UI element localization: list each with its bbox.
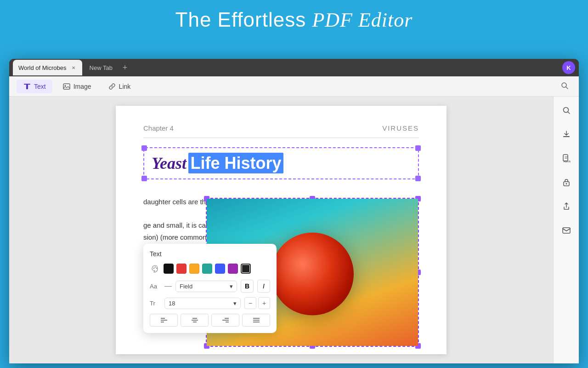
font-dash: — [164,282,172,290]
color-dark-selected[interactable] [241,264,251,274]
handle-bottom-right [415,176,421,181]
yeast-italic-text: Yeast [152,154,187,172]
font-family-dropdown[interactable]: Field ▾ [175,281,237,292]
text-tool-button[interactable]: Text [17,80,52,93]
svg-point-6 [153,268,154,269]
svg-point-7 [155,266,156,267]
text-btn-label: Text [34,83,46,90]
font-family-row: Aa — Field ▾ B I [150,280,270,293]
text-selection-box[interactable]: Yeast Life History [143,147,419,179]
color-yellow[interactable] [189,264,199,274]
handle-top-right [415,145,421,151]
image-tool-button[interactable]: Image [56,80,98,93]
tab-bar: World of Microbes ✕ New Tab + K [9,59,579,76]
tab-label-active: World of Microbes [18,64,67,71]
tab-label-inactive: New Tab [90,64,113,71]
size-increase-button[interactable]: + [258,297,270,309]
link-tool-button[interactable]: Link [102,80,137,93]
chapter-viruses: VIRUSES [382,124,419,132]
tab-close-icon[interactable]: ✕ [70,64,77,71]
sidebar-pdf-convert-icon[interactable]: PDF/A [558,150,575,167]
sphere-visual [271,233,354,316]
text-format-panel: Text [143,244,277,333]
bold-button[interactable]: B [241,280,254,293]
sidebar-download-icon[interactable] [558,126,575,143]
link-btn-label: Link [119,83,131,90]
new-tab-button[interactable]: + [120,63,130,72]
pdf-page-header: Chapter 4 VIRUSES [143,124,419,138]
svg-rect-1 [26,85,28,89]
app-title: The Effortless PDF Editor [175,8,413,32]
image-btn-label: Image [74,83,91,90]
color-black[interactable] [164,264,174,274]
svg-line-5 [566,87,568,89]
font-size-dropdown[interactable]: 18 ▾ [164,298,241,309]
sidebar-mail-icon[interactable] [558,222,575,238]
align-center-button[interactable] [181,314,209,327]
color-blue[interactable] [215,264,225,274]
align-right-button[interactable] [211,314,239,327]
align-row [150,314,270,327]
svg-text:PDF/A: PDF/A [564,160,571,163]
browser-window: World of Microbes ✕ New Tab + K Text [9,59,579,363]
size-label: Tr [150,300,161,307]
link-tool-icon [108,82,116,91]
size-decrease-button[interactable]: − [244,297,256,309]
color-row [150,263,270,274]
app-header: The Effortless PDF Editor [0,0,588,38]
text-panel-title: Text [150,250,270,258]
sidebar-search-icon[interactable] [558,102,575,119]
italic-button[interactable]: I [257,280,270,293]
pdf-page: Chapter 4 VIRUSES Yeast Life History dau… [116,106,447,354]
text-tool-icon [23,82,31,91]
life-history-selected-text: Life History [188,153,283,173]
toolbar: Text Image Link [9,76,579,97]
tab-world-of-microbes[interactable]: World of Microbes ✕ [13,60,82,75]
avatar[interactable]: K [562,61,575,74]
right-sidebar: PDF/A [553,97,579,363]
svg-line-22 [568,112,570,114]
svg-rect-2 [63,84,70,89]
handle-bottom-left [141,176,147,181]
main-area: Chapter 4 VIRUSES Yeast Life History dau… [9,97,579,363]
align-justify-button[interactable] [242,314,270,327]
color-red[interactable] [176,264,187,274]
align-left-button[interactable] [150,314,178,327]
font-label: Aa [150,283,161,290]
svg-rect-28 [563,228,570,233]
pdf-content: Chapter 4 VIRUSES Yeast Life History dau… [9,97,553,363]
image-tool-icon [62,82,71,91]
svg-rect-0 [24,84,30,85]
toolbar-search-button[interactable] [558,79,571,94]
color-teal[interactable] [202,264,212,274]
size-controls: − + [244,297,270,309]
handle-top-left [141,145,147,151]
svg-point-27 [565,183,567,184]
color-tool-icon [150,263,161,274]
svg-point-3 [64,85,66,86]
tab-new-tab[interactable]: New Tab [84,60,118,75]
svg-rect-23 [563,136,570,137]
font-size-row: Tr 18 ▾ − + [150,297,270,309]
svg-point-8 [156,268,157,269]
sidebar-share-icon[interactable] [558,198,575,214]
color-purple[interactable] [228,264,238,274]
chapter-label: Chapter 4 [143,124,174,132]
sidebar-lock-icon[interactable] [558,174,575,190]
